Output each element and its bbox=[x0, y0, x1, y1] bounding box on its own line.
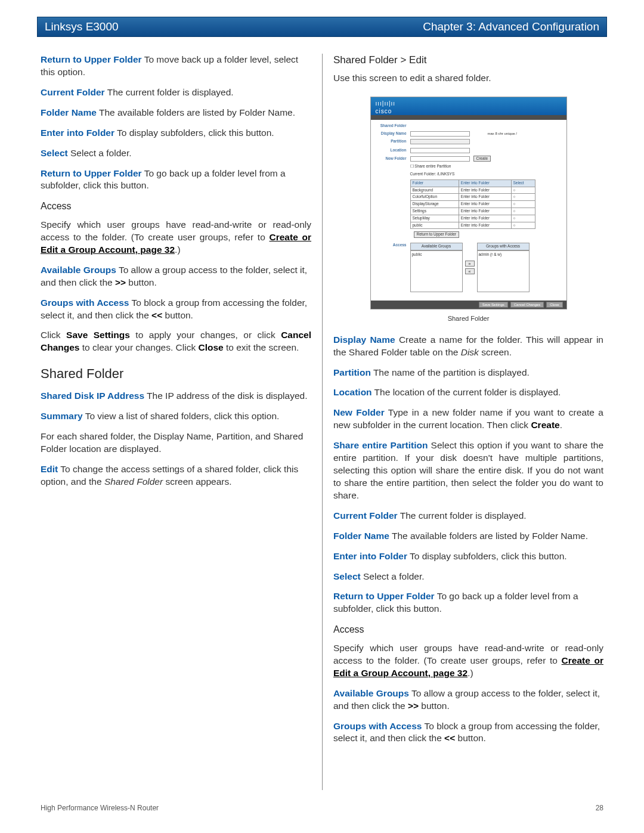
para: Shared Disk IP Address The IP address of… bbox=[41, 390, 311, 402]
para: Current Folder The current folder is dis… bbox=[41, 86, 311, 99]
term-label: Available Groups bbox=[333, 688, 409, 698]
add-group-button: » bbox=[465, 261, 475, 267]
para: Share entire Partition Select this optio… bbox=[333, 439, 603, 502]
term-label: Groups with Access bbox=[41, 298, 129, 308]
chapter-title: Chapter 3: Advanced Configuration bbox=[423, 19, 599, 35]
para: Use this screen to edit a shared folder. bbox=[333, 72, 603, 85]
para: Specify which user groups have read-and-… bbox=[41, 219, 311, 256]
remove-group-button: « bbox=[465, 268, 475, 274]
create-button: Create bbox=[473, 156, 491, 162]
xref-page[interactable]: , page 32 bbox=[428, 668, 467, 678]
figure-caption: Shared Folder bbox=[333, 314, 603, 323]
term-label: Location bbox=[333, 387, 372, 397]
para: Return to Upper Folder To go back up a f… bbox=[41, 168, 311, 193]
section-heading: Access bbox=[333, 623, 603, 636]
page-footer: High Performance Wireless-N Router 28 bbox=[41, 803, 603, 813]
xref-page[interactable]: , page 32 bbox=[135, 244, 175, 255]
term-label: Shared Disk IP Address bbox=[41, 391, 144, 401]
new-folder-input bbox=[410, 156, 470, 162]
para: Current Folder The current folder is dis… bbox=[333, 510, 603, 522]
para: Groups with Access To block a group from… bbox=[41, 297, 311, 322]
shared-folder-screenshot: ııı|ıı|ııcisco Shared Folder Display Nam… bbox=[370, 97, 567, 309]
figure-footer: Save Settings Cancel Changes Close bbox=[371, 301, 566, 309]
para: Return to Upper Folder To move back up a… bbox=[41, 54, 311, 79]
return-folder-button: Return to Upper Folder bbox=[414, 231, 459, 238]
para: Specify which user groups have read-and-… bbox=[333, 642, 603, 680]
groups-with-access-list: admin (r & w) bbox=[477, 250, 530, 292]
para: Return to Upper Folder To go back up a f… bbox=[333, 590, 603, 615]
section-heading: Access bbox=[41, 200, 311, 213]
figure-header: ııı|ıı|ııcisco bbox=[371, 97, 566, 115]
para: Available Groups To allow a group access… bbox=[41, 264, 311, 289]
save-settings-button: Save Settings bbox=[479, 302, 508, 308]
term-label: Enter into Folder bbox=[41, 128, 114, 138]
location-input bbox=[410, 148, 470, 153]
term-label: Select bbox=[41, 148, 68, 158]
para: Enter into Folder To display subfolders,… bbox=[41, 127, 311, 140]
term-label: Folder Name bbox=[333, 531, 389, 541]
term-label: Return to Upper Folder bbox=[41, 168, 142, 178]
term-label: Select bbox=[333, 571, 361, 581]
folder-table: FolderEnter into FolderSelect Background… bbox=[410, 179, 535, 229]
term-label: Return to Upper Folder bbox=[333, 591, 435, 601]
para: Available Groups To allow a group access… bbox=[333, 688, 603, 713]
term-label: Partition bbox=[333, 367, 371, 377]
right-column: Shared Folder > Edit Use this screen to … bbox=[322, 54, 603, 790]
figure-body: Shared Folder Display Namemax 8 chr uniq… bbox=[371, 120, 566, 301]
para: Enter into Folder To display subfolders,… bbox=[333, 550, 603, 563]
header-bar: Linksys E3000 Chapter 3: Advanced Config… bbox=[37, 17, 607, 37]
available-groups-list: public bbox=[410, 250, 463, 292]
para: Edit To change the access settings of a … bbox=[41, 463, 311, 488]
term-label: Available Groups bbox=[41, 265, 116, 275]
para: Groups with Access To block a group from… bbox=[333, 720, 603, 745]
para: Select Select a folder. bbox=[41, 147, 311, 160]
page-number: 28 bbox=[596, 803, 603, 813]
para: Folder Name The available folders are li… bbox=[333, 530, 603, 543]
term-label: Folder Name bbox=[41, 107, 97, 117]
term-label: Edit bbox=[41, 464, 58, 474]
para: For each shared folder, the Display Name… bbox=[41, 431, 311, 456]
para: Summary To view a list of shared folders… bbox=[41, 410, 311, 423]
close-button: Close bbox=[546, 302, 562, 308]
para: Folder Name The available folders are li… bbox=[41, 107, 311, 119]
figure-tabs bbox=[371, 115, 566, 120]
para: Display Name Create a name for the folde… bbox=[333, 334, 603, 359]
term-label: Display Name bbox=[333, 335, 395, 345]
footer-text: High Performance Wireless-N Router bbox=[41, 803, 159, 813]
section-heading: Shared Folder > Edit bbox=[333, 54, 603, 67]
term-label: Groups with Access bbox=[333, 721, 422, 731]
cancel-changes-button: Cancel Changes bbox=[510, 302, 544, 308]
content-columns: Return to Upper Folder To move back up a… bbox=[41, 54, 603, 790]
left-column: Return to Upper Folder To move back up a… bbox=[41, 54, 322, 790]
term-label: Current Folder bbox=[41, 87, 105, 97]
para: Location The location of the current fol… bbox=[333, 386, 603, 399]
term-label: Summary bbox=[41, 411, 83, 421]
product-name: Linksys E3000 bbox=[45, 19, 119, 35]
term-label: Share entire Partition bbox=[333, 440, 428, 450]
para: New Folder Type in a new folder name if … bbox=[333, 407, 603, 432]
partition-input bbox=[410, 139, 470, 144]
para: Partition The name of the partition is d… bbox=[333, 367, 603, 379]
display-name-input bbox=[410, 131, 470, 137]
term-label: New Folder bbox=[333, 407, 385, 417]
para: Click Save Settings to apply your change… bbox=[41, 329, 311, 354]
term-label: Enter into Folder bbox=[333, 551, 407, 561]
term-label: Return to Upper Folder bbox=[41, 54, 142, 64]
para: Select Select a folder. bbox=[333, 571, 603, 583]
section-heading: Shared Folder bbox=[41, 365, 311, 383]
term-label: Current Folder bbox=[333, 510, 398, 521]
